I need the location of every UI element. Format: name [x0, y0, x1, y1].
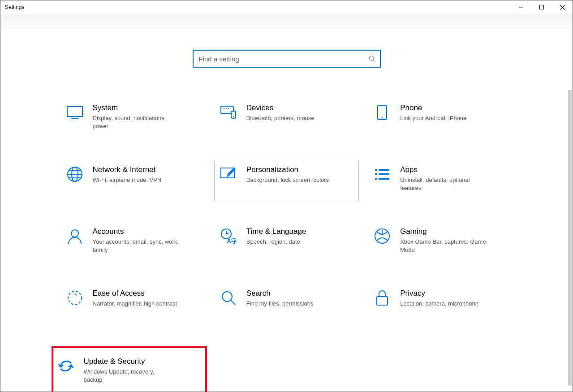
gaming-icon — [373, 227, 391, 245]
tile-accounts[interactable]: Accounts Your accounts, email, sync, wor… — [60, 223, 205, 263]
tile-title: System — [93, 103, 200, 112]
svg-point-29 — [71, 230, 78, 237]
tile-subtitle: Background, lock screen, colors — [246, 176, 336, 184]
scrollbar[interactable] — [568, 90, 572, 386]
tile-ease-of-access[interactable]: Ease of Access Narrator, magnifier, high… — [60, 284, 205, 325]
tile-gaming[interactable]: Gaming Xbox Game Bar, captures, Game Mod… — [368, 223, 513, 263]
tile-devices[interactable]: Devices Bluetooth, printers, mouse — [214, 99, 359, 139]
tile-subtitle: Wi-Fi, airplane mode, VPN — [93, 176, 182, 184]
tile-network[interactable]: Network & Internet Wi-Fi, airplane mode,… — [60, 161, 205, 201]
tile-title: Devices — [246, 103, 353, 112]
tile-title: Apps — [400, 165, 507, 174]
svg-text:A字: A字 — [227, 237, 237, 244]
tile-subtitle: Find my files, permissions — [246, 300, 336, 308]
settings-grid: System Display, sound, notifications, po… — [60, 99, 513, 392]
svg-line-5 — [373, 60, 375, 62]
search-box[interactable] — [193, 50, 381, 68]
tile-update-security[interactable]: Update & Security Windows Update, recove… — [52, 346, 207, 392]
tile-subtitle: Windows Update, recovery, backup — [84, 368, 173, 383]
phone-icon — [373, 103, 391, 121]
tile-personalization[interactable]: Personalization Background, lock screen,… — [214, 161, 359, 201]
tile-title: Gaming — [400, 227, 507, 236]
svg-rect-6 — [67, 107, 82, 116]
apps-icon — [373, 165, 391, 183]
svg-rect-39 — [377, 297, 388, 305]
tile-phone[interactable]: Phone Link your Android, iPhone — [368, 99, 513, 139]
tile-title: Personalization — [246, 165, 353, 174]
tile-subtitle: Narrator, magnifier, high contrast — [93, 300, 182, 308]
svg-point-10 — [224, 108, 225, 109]
titlebar: Settings — [0, 0, 573, 14]
svg-rect-28 — [379, 178, 389, 180]
svg-point-4 — [369, 56, 374, 60]
tile-subtitle: Speech, region, date — [246, 238, 336, 246]
svg-point-11 — [226, 108, 227, 109]
tile-subtitle: Xbox Game Bar, captures, Game Mode — [400, 238, 490, 254]
tile-apps[interactable]: Apps Uninstall, defaults, optional featu… — [368, 161, 513, 201]
search-input[interactable] — [199, 55, 368, 63]
window-controls — [511, 0, 573, 14]
svg-rect-23 — [375, 169, 377, 171]
svg-point-14 — [233, 116, 234, 117]
update-security-icon — [57, 357, 75, 375]
tile-subtitle: Location, camera, microphone — [400, 300, 490, 308]
tile-search[interactable]: Search Find my files, permissions — [214, 284, 359, 325]
svg-rect-1 — [540, 5, 544, 9]
svg-point-12 — [228, 108, 229, 109]
svg-point-9 — [223, 108, 224, 109]
personalization-icon — [220, 165, 237, 183]
tile-privacy[interactable]: Privacy Location, camera, microphone — [368, 284, 513, 325]
tile-title: Privacy — [400, 289, 507, 298]
maximize-icon — [539, 5, 544, 9]
close-icon — [560, 5, 565, 10]
tile-title: Ease of Access — [93, 289, 200, 298]
devices-icon — [220, 103, 237, 121]
close-button[interactable] — [552, 0, 573, 14]
tile-title: Search — [246, 289, 353, 298]
search-tile-icon — [220, 289, 237, 307]
accounts-icon — [66, 227, 84, 245]
tile-subtitle: Uninstall, defaults, optional features — [400, 176, 490, 192]
svg-rect-24 — [379, 169, 389, 171]
ease-of-access-icon — [66, 289, 84, 307]
tile-title: Time & Language — [246, 227, 353, 236]
time-language-icon: A字 — [220, 227, 237, 245]
privacy-icon — [373, 289, 391, 307]
tile-subtitle: Your accounts, email, sync, work, family — [93, 238, 182, 254]
network-icon — [66, 165, 84, 183]
svg-rect-25 — [375, 173, 377, 175]
svg-rect-13 — [231, 111, 236, 118]
tile-subtitle: Display, sound, notifications, power — [93, 114, 182, 130]
tile-subtitle: Bluetooth, printers, mouse — [246, 114, 336, 122]
svg-point-16 — [382, 117, 383, 119]
minimize-button[interactable] — [511, 0, 531, 14]
tile-title: Phone — [400, 103, 507, 112]
header-area — [0, 14, 573, 32]
tile-time-language[interactable]: A字 Time & Language Speech, region, date — [214, 223, 359, 263]
system-icon — [66, 103, 84, 121]
tile-subtitle: Link your Android, iPhone — [400, 114, 490, 122]
svg-point-37 — [222, 292, 232, 302]
minimize-icon — [519, 5, 523, 9]
tile-system[interactable]: System Display, sound, notifications, po… — [60, 99, 205, 139]
svg-line-38 — [231, 300, 235, 305]
tile-title: Update & Security — [84, 357, 202, 366]
svg-rect-26 — [379, 173, 389, 175]
window-title: Settings — [5, 4, 24, 10]
tile-title: Network & Internet — [93, 165, 200, 174]
svg-rect-27 — [375, 178, 377, 180]
tile-title: Accounts — [93, 227, 200, 236]
maximize-button[interactable] — [531, 0, 552, 14]
search-icon — [368, 55, 375, 62]
